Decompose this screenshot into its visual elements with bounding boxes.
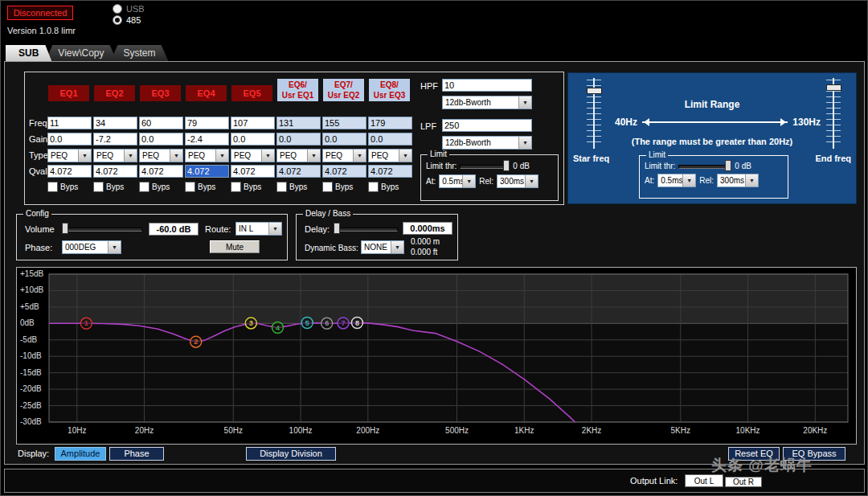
chevron-down-icon[interactable] bbox=[268, 223, 281, 235]
eq4-bypass[interactable]: Byps bbox=[185, 182, 215, 192]
eq8-freq-input[interactable] bbox=[368, 117, 412, 129]
eq7-qval-input[interactable] bbox=[322, 165, 366, 178]
attack2-select[interactable]: 0.5ms bbox=[657, 174, 696, 187]
radio-usb[interactable]: USB bbox=[113, 4, 145, 14]
eq5-type-select[interactable]: PEQ bbox=[231, 149, 275, 162]
eq8-type-select[interactable]: PEQ bbox=[368, 149, 412, 162]
chevron-down-icon[interactable] bbox=[261, 150, 274, 162]
checkbox-icon[interactable] bbox=[93, 182, 104, 192]
limit2-threshold-slider[interactable] bbox=[678, 160, 731, 171]
eq-point-8[interactable]: 8 bbox=[351, 318, 362, 329]
eq-point-3[interactable]: 3 bbox=[245, 318, 256, 329]
connection-status-button[interactable]: Disconnected bbox=[7, 6, 73, 20]
eq2-freq-input[interactable] bbox=[93, 117, 137, 129]
eq-point-7[interactable]: 7 bbox=[338, 318, 349, 329]
eq1-freq-input[interactable] bbox=[47, 117, 92, 129]
dynamic-bass-select[interactable]: NONE bbox=[361, 240, 404, 254]
chevron-down-icon[interactable] bbox=[462, 175, 475, 187]
slider-thumb[interactable] bbox=[62, 223, 68, 234]
checkbox-icon[interactable] bbox=[47, 182, 58, 192]
slider-thumb[interactable] bbox=[587, 88, 602, 94]
attack-select[interactable]: 0.5ms bbox=[439, 174, 476, 188]
eq3-type-select[interactable]: PEQ bbox=[139, 149, 183, 162]
mute-button[interactable]: Mute bbox=[210, 240, 260, 253]
chevron-down-icon[interactable] bbox=[307, 150, 320, 162]
chevron-down-icon[interactable] bbox=[682, 174, 695, 187]
out-r-button[interactable]: Out R bbox=[725, 477, 762, 487]
chevron-down-icon[interactable] bbox=[399, 150, 411, 162]
eq5-bypass[interactable]: Byps bbox=[231, 182, 261, 192]
eq-point-5[interactable]: 5 bbox=[301, 318, 313, 329]
eq1-gain-input[interactable] bbox=[47, 133, 92, 146]
chevron-down-icon[interactable] bbox=[108, 241, 121, 253]
eq2-bypass[interactable]: Byps bbox=[93, 182, 124, 192]
eq6-bypass[interactable]: Byps bbox=[276, 182, 307, 192]
eq1-bypass[interactable]: Byps bbox=[47, 182, 78, 192]
checkbox-icon[interactable] bbox=[322, 182, 333, 192]
eq7-type-select[interactable]: PEQ bbox=[322, 149, 366, 162]
chevron-down-icon[interactable] bbox=[215, 150, 228, 162]
tab-view-copy[interactable]: View\Copy bbox=[45, 45, 117, 61]
eq5-freq-input[interactable] bbox=[231, 117, 275, 129]
eq8-bypass[interactable]: Byps bbox=[368, 182, 399, 192]
eq3-freq-input[interactable] bbox=[139, 117, 183, 129]
eq-response-graph[interactable]: +15dB+10dB+5dB0dB-5dB-10dB-15dB-20dB-25d… bbox=[17, 268, 856, 444]
eq6-type-select[interactable]: PEQ bbox=[276, 149, 321, 162]
volume-slider[interactable] bbox=[62, 223, 142, 234]
eq4-gain-input[interactable] bbox=[185, 133, 229, 146]
hpf-type-select[interactable]: 12db-Bworth bbox=[442, 96, 532, 109]
chevron-down-icon[interactable] bbox=[525, 175, 538, 187]
checkbox-icon[interactable] bbox=[368, 182, 379, 192]
slider-thumb[interactable] bbox=[334, 223, 340, 234]
eq2-qval-input[interactable] bbox=[93, 165, 137, 178]
eq2-gain-input[interactable] bbox=[93, 133, 137, 146]
eq-point-6[interactable]: 6 bbox=[321, 318, 333, 329]
amplitude-button[interactable]: Amplitude bbox=[55, 447, 106, 461]
eq-point-2[interactable]: 2 bbox=[190, 336, 202, 347]
eq1-type-select[interactable]: PEQ bbox=[47, 149, 92, 162]
eq7-bypass[interactable]: Byps bbox=[322, 182, 353, 192]
tab-system[interactable]: System bbox=[110, 45, 168, 61]
eq-point-4[interactable]: 4 bbox=[272, 322, 284, 334]
eq4-type-select[interactable]: PEQ bbox=[185, 149, 229, 162]
radio-485-icon[interactable] bbox=[113, 15, 122, 25]
eq7-gain-input[interactable] bbox=[322, 133, 366, 146]
eq7-freq-input[interactable] bbox=[322, 117, 366, 129]
slider-thumb[interactable] bbox=[503, 160, 510, 171]
chevron-down-icon[interactable] bbox=[170, 150, 182, 162]
eq8-qval-input[interactable] bbox=[368, 165, 412, 178]
eq-point-1[interactable]: 1 bbox=[80, 318, 92, 329]
chevron-down-icon[interactable] bbox=[518, 96, 531, 109]
checkbox-icon[interactable] bbox=[185, 182, 195, 192]
eq4-freq-input[interactable] bbox=[185, 117, 229, 129]
eq2-type-select[interactable]: PEQ bbox=[93, 149, 137, 162]
checkbox-icon[interactable] bbox=[276, 182, 287, 192]
chevron-down-icon[interactable] bbox=[518, 137, 531, 149]
radio-usb-icon[interactable] bbox=[113, 4, 122, 14]
phase-select[interactable]: 000DEG bbox=[62, 240, 121, 254]
tab-sub[interactable]: SUB bbox=[6, 45, 51, 61]
eq1-qval-input[interactable] bbox=[47, 165, 92, 178]
checkbox-icon[interactable] bbox=[231, 182, 241, 192]
chevron-down-icon[interactable] bbox=[78, 150, 91, 162]
checkbox-icon[interactable] bbox=[139, 182, 149, 192]
eq5-gain-input[interactable] bbox=[231, 133, 275, 146]
chevron-down-icon[interactable] bbox=[124, 150, 137, 162]
display-division-button[interactable]: Display Division bbox=[246, 447, 336, 461]
eq3-bypass[interactable]: Byps bbox=[139, 182, 170, 192]
lpf-freq-input[interactable] bbox=[442, 119, 532, 132]
eq3-gain-input[interactable] bbox=[139, 133, 183, 146]
eq5-qval-input[interactable] bbox=[231, 165, 275, 178]
hpf-freq-input[interactable] bbox=[442, 79, 532, 92]
chevron-down-icon[interactable] bbox=[745, 174, 758, 187]
out-l-button[interactable]: Out L bbox=[685, 474, 723, 487]
chevron-down-icon[interactable] bbox=[391, 241, 403, 253]
lpf-type-select[interactable]: 12db-Bworth bbox=[442, 136, 532, 150]
delay-slider[interactable] bbox=[334, 223, 398, 234]
chevron-down-icon[interactable] bbox=[353, 150, 366, 162]
eq6-qval-input[interactable] bbox=[276, 165, 321, 178]
phase-button[interactable]: Phase bbox=[109, 447, 164, 461]
slider-thumb[interactable] bbox=[725, 160, 731, 171]
slider-thumb[interactable] bbox=[826, 84, 841, 91]
eq6-freq-input[interactable] bbox=[276, 117, 321, 129]
